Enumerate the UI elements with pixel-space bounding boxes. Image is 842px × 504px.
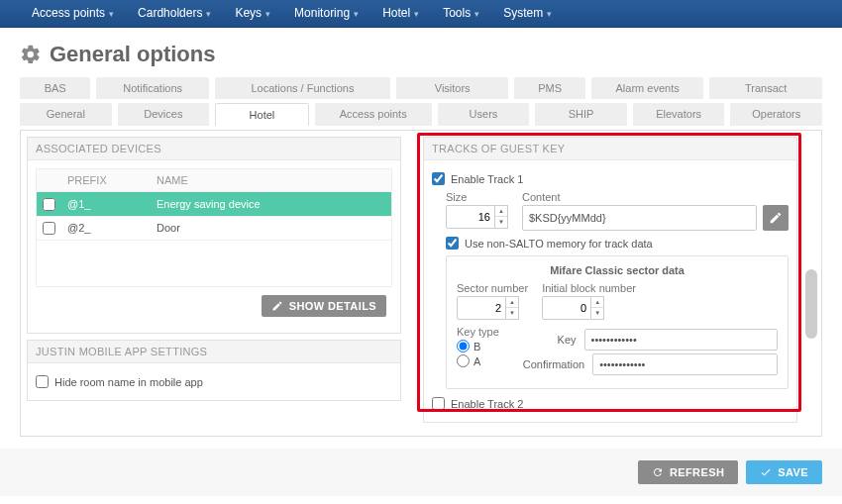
confirmation-input[interactable] <box>592 353 778 375</box>
enable-track2-row[interactable]: Enable Track 2 <box>432 397 789 410</box>
hide-room-checkbox-row[interactable]: Hide room name in mobile app <box>36 375 392 388</box>
keytype-b-radio[interactable]: B <box>457 340 499 353</box>
col-prefix[interactable]: PREFIX <box>61 169 151 192</box>
content-input[interactable] <box>522 205 757 231</box>
block-label: Initial block number <box>542 282 636 294</box>
enable-track1-row[interactable]: Enable Track 1 <box>432 172 789 185</box>
chevron-down-icon: ▾ <box>414 9 419 19</box>
nav-system[interactable]: System▾ <box>491 0 564 27</box>
tab-transact[interactable]: Transact <box>709 77 822 99</box>
spin-down-icon[interactable]: ▼ <box>591 308 603 318</box>
footer: REFRESH SAVE <box>0 449 842 496</box>
card-title: ASSOCIATED DEVICES <box>28 138 400 160</box>
non-salto-checkbox[interactable] <box>446 237 459 250</box>
tab-ship[interactable]: SHIP <box>535 103 627 126</box>
card-title: JUSTIN MOBILE APP SETTINGS <box>28 341 400 363</box>
nav-access-points[interactable]: Access points▾ <box>20 0 126 27</box>
key-label: Key <box>523 334 577 346</box>
spin-up-icon[interactable]: ▲ <box>495 206 507 217</box>
sector-label: Sector number <box>457 282 528 294</box>
tab-devices[interactable]: Devices <box>118 103 210 126</box>
tab-bas[interactable]: BAS <box>20 77 90 99</box>
chevron-down-icon: ▾ <box>474 9 479 19</box>
spin-down-icon[interactable]: ▼ <box>506 308 518 318</box>
spin-down-icon[interactable]: ▼ <box>495 217 507 227</box>
key-input[interactable] <box>584 329 778 351</box>
tab-general[interactable]: General <box>20 103 112 126</box>
nav-hotel[interactable]: Hotel▾ <box>370 0 431 27</box>
pencil-icon <box>271 300 283 312</box>
tabs-primary: BAS Notifications Locations / Functions … <box>20 77 822 99</box>
chevron-down-icon: ▾ <box>109 9 114 19</box>
chevron-down-icon: ▾ <box>354 9 359 19</box>
enable-track1-checkbox[interactable] <box>432 172 445 185</box>
row-checkbox[interactable] <box>43 198 55 211</box>
devices-table: PREFIX NAME @1_ Energy saving device <box>37 169 391 241</box>
edit-content-button[interactable] <box>763 205 789 231</box>
size-label: Size <box>446 191 508 203</box>
enable-track2-checkbox[interactable] <box>432 397 445 410</box>
nav-monitoring[interactable]: Monitoring▾ <box>282 0 370 27</box>
confirmation-label: Confirmation <box>523 358 584 370</box>
tab-hotel[interactable]: Hotel <box>215 103 309 126</box>
non-salto-row[interactable]: Use non-SALTO memory for track data <box>432 237 789 250</box>
keytype-label: Key type <box>457 326 499 338</box>
associated-devices-card: ASSOCIATED DEVICES PREFIX NAME <box>27 137 401 334</box>
gear-icon <box>20 44 42 65</box>
nav-keys[interactable]: Keys▾ <box>223 0 282 27</box>
tabs-secondary: General Devices Hotel Access points User… <box>20 103 822 126</box>
top-nav: Access points▾ Cardholders▾ Keys▾ Monito… <box>0 0 842 28</box>
show-details-button[interactable]: SHOW DETAILS <box>262 295 386 317</box>
save-button[interactable]: SAVE <box>746 460 822 484</box>
tab-elevators[interactable]: Elevators <box>633 103 725 126</box>
tab-access-points[interactable]: Access points <box>315 103 432 126</box>
chevron-down-icon: ▾ <box>206 9 211 19</box>
table-row[interactable]: @1_ Energy saving device <box>37 192 391 217</box>
content-label: Content <box>522 191 789 203</box>
mifare-title: Mifare Classic sector data <box>457 264 778 276</box>
keytype-a-radio[interactable]: A <box>457 354 499 367</box>
page-header: General options <box>0 28 842 77</box>
chevron-down-icon: ▾ <box>265 9 270 19</box>
spin-up-icon[interactable]: ▲ <box>591 297 603 308</box>
row-checkbox[interactable] <box>43 222 55 235</box>
spin-up-icon[interactable]: ▲ <box>506 297 518 308</box>
pencil-icon <box>769 211 783 225</box>
tab-pms[interactable]: PMS <box>514 77 584 99</box>
col-name[interactable]: NAME <box>151 169 391 192</box>
tab-alarm[interactable]: Alarm events <box>591 77 704 99</box>
nav-tools[interactable]: Tools▾ <box>431 0 491 27</box>
justin-card: JUSTIN MOBILE APP SETTINGS Hide room nam… <box>27 340 401 401</box>
hide-room-checkbox[interactable] <box>36 375 49 388</box>
check-icon <box>760 466 772 478</box>
refresh-button[interactable]: REFRESH <box>638 460 738 484</box>
size-input[interactable] <box>446 205 495 229</box>
tab-locations[interactable]: Locations / Functions <box>215 77 390 99</box>
tab-notifications[interactable]: Notifications <box>96 77 209 99</box>
chevron-down-icon: ▾ <box>547 9 552 19</box>
sector-input[interactable] <box>457 296 506 320</box>
tab-visitors[interactable]: Visitors <box>396 77 509 99</box>
block-input[interactable] <box>542 296 591 320</box>
tracks-card: TRACKS OF GUEST KEY Enable Track 1 Size … <box>423 137 797 423</box>
tab-users[interactable]: Users <box>438 103 530 126</box>
refresh-icon <box>652 466 664 478</box>
table-row[interactable]: @2_ Door <box>37 216 391 241</box>
page-title: General options <box>50 42 215 67</box>
tab-operators[interactable]: Operators <box>730 103 822 126</box>
card-title: TRACKS OF GUEST KEY <box>424 138 796 160</box>
nav-cardholders[interactable]: Cardholders▾ <box>126 0 223 27</box>
